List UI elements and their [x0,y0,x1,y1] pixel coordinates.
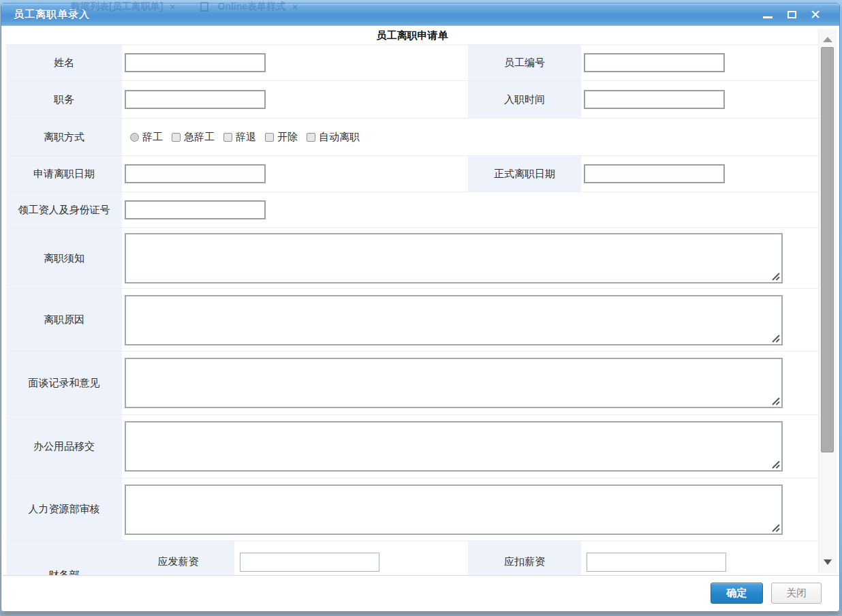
scrollbar-thumb[interactable] [821,47,834,452]
hr-review-textarea[interactable] [125,484,783,535]
row-supplies: 办公用品移交 [6,414,818,478]
close-button[interactable]: ✕ [809,9,822,21]
leave-option-resign[interactable]: 辞工 [130,131,163,144]
row-finance: 财务部 应发薪资 应扣薪资 [6,540,818,575]
interview-label: 面谈记录和意见 [6,352,122,414]
scroll-up-arrow-icon[interactable] [823,37,832,42]
payee-label: 领工资人及身份证号 [6,192,122,228]
supplies-textarea[interactable] [125,421,783,472]
finance-label: 财务部 [6,541,122,575]
name-label: 姓名 [6,45,122,80]
employee-no-input[interactable] [584,53,725,72]
row-payee: 领工资人及身份证号 [6,191,818,228]
payee-input[interactable] [125,200,266,219]
official-date-input[interactable] [584,164,725,183]
minimize-button[interactable] [762,9,774,21]
leave-option-label: 辞工 [142,131,163,144]
apply-date-label: 申请离职日期 [6,156,122,191]
radio-icon[interactable] [130,133,139,142]
leave-option-label: 辞退 [236,131,256,144]
close-dialog-button[interactable]: 关闭 [771,583,822,604]
checkbox-icon[interactable] [172,133,181,142]
form-title: 员工离职申请单 [6,27,818,44]
close-icon: ✕ [810,9,821,21]
checkbox-icon[interactable] [265,133,274,142]
leave-option-urgent-resign[interactable]: 急辞工 [172,131,215,144]
leave-option-label: 开除 [277,131,298,144]
row-interview: 面谈记录和意见 [6,351,818,414]
maximize-icon [788,11,796,18]
hire-date-label: 入职时间 [468,81,581,118]
supplies-label: 办公用品移交 [6,415,122,478]
window-controls: ✕ [762,3,822,26]
name-input[interactable] [125,53,266,72]
employee-no-label: 员工编号 [468,45,581,80]
minimize-icon [763,16,773,18]
employee-resignation-dialog: 员工离职单录入 ✕ 员工离职申请单 姓名 员工编号 职务 入职时间 [1,3,840,612]
leave-option-dismiss[interactable]: 辞退 [223,131,256,144]
notice-label: 离职须知 [6,228,122,288]
leave-option-auto-leave[interactable]: 自动离职 [307,131,360,144]
dialog-footer: 确定 关闭 [2,575,839,611]
salary-deduct-input[interactable] [587,553,726,572]
interview-textarea[interactable] [125,358,783,408]
reason-textarea[interactable] [125,295,783,345]
salary-payable-input[interactable] [240,553,379,572]
row-apply-date: 申请离职日期 正式离职日期 [6,155,818,191]
hr-review-label: 人力资源部审核 [6,478,122,540]
row-name: 姓名 员工编号 [6,44,818,80]
hire-date-input[interactable] [584,90,725,109]
vertical-scrollbar[interactable] [818,29,837,573]
position-label: 职务 [6,81,122,118]
salary-deduct-label: 应扣薪资 [468,541,581,575]
leave-option-label: 急辞工 [184,131,215,144]
checkbox-icon[interactable] [307,133,315,142]
apply-date-input[interactable] [125,164,266,183]
dialog-titlebar[interactable]: 员工离职单录入 ✕ [1,3,839,26]
dialog-title: 员工离职单录入 [14,8,90,21]
scroll-down-arrow-icon[interactable] [824,559,832,565]
row-notice: 离职须知 [6,228,818,288]
row-leave-type: 离职方式 辞工 急辞工 辞退 开除 自动离职 [6,118,818,155]
position-input[interactable] [125,90,266,109]
leave-option-label: 自动离职 [319,131,360,144]
row-position: 职务 入职时间 [6,80,818,118]
ok-button[interactable]: 确定 [711,583,763,604]
leave-option-fire[interactable]: 开除 [265,131,298,144]
checkbox-icon[interactable] [223,133,232,142]
row-reason: 离职原因 [6,288,818,351]
salary-payable-label: 应发薪资 [122,541,234,575]
notice-textarea[interactable] [125,233,783,283]
resignation-form: 员工离职申请单 姓名 员工编号 职务 入职时间 离职方式 辞工 [6,27,818,575]
maximize-button[interactable] [785,9,798,21]
form-scroll-area: 员工离职申请单 姓名 员工编号 职务 入职时间 离职方式 辞工 [2,27,839,575]
official-date-label: 正式离职日期 [468,156,581,191]
row-hr-review: 人力资源部审核 [6,478,818,540]
leave-type-options: 辞工 急辞工 辞退 开除 自动离职 [130,131,360,144]
leave-type-label: 离职方式 [6,119,122,155]
reason-label: 离职原因 [6,289,122,351]
